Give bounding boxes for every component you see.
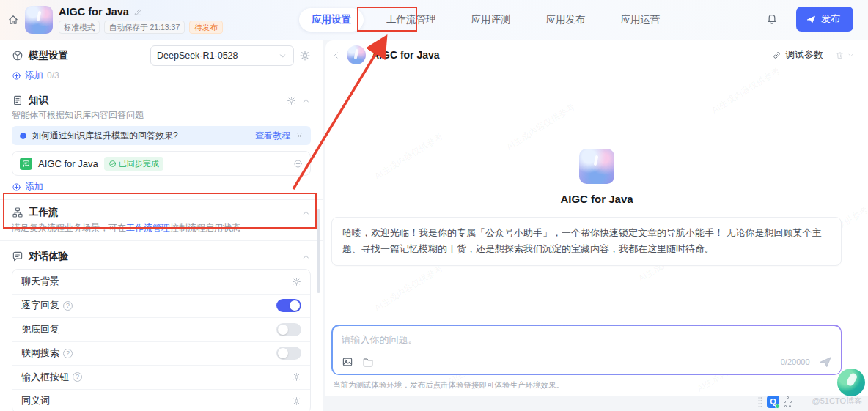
drag-handle-icon[interactable] (758, 396, 762, 408)
app-meta: AIGC for Java 标准模式 自动保存于 21:13:37 待发布 (59, 6, 223, 34)
workflow-title-wrap: 工作流 (12, 206, 296, 219)
top-tab-bar: 应用设置 工作流管理 应用评测 应用发布 应用运营 (299, 8, 673, 32)
fallback-reply-toggle[interactable] (276, 323, 301, 336)
sidebar-scrollbar[interactable] (317, 209, 320, 293)
model-count: 0/3 (47, 70, 59, 81)
send-button[interactable] (819, 355, 832, 369)
knowledge-desc: 智能体可根据知识库内容回答问题 (12, 108, 311, 122)
check-circle-icon (108, 160, 117, 168)
web-search-toggle[interactable] (276, 347, 301, 360)
plus-circle-icon (12, 182, 21, 192)
plus-circle-icon (12, 71, 21, 81)
streaming-reply-toggle[interactable] (276, 299, 301, 312)
floating-widget: Q (758, 396, 792, 408)
welcome-app-avatar (579, 149, 614, 184)
clear-history-button[interactable] (835, 51, 855, 60)
edit-icon[interactable] (133, 7, 143, 17)
wechat-article-icon (20, 158, 32, 170)
welcome-app-name: AIGC for Java (326, 193, 868, 205)
setting-row-web-search: 联网搜索 ? (12, 341, 310, 366)
mode-badge: 标准模式 (59, 21, 100, 34)
assistant-dots-icon[interactable] (784, 396, 792, 407)
model-icon (12, 50, 23, 62)
help-icon[interactable]: ? (63, 301, 73, 311)
model-select-dropdown[interactable]: DeepSeek-R1-0528 (150, 45, 294, 66)
setting-row-streaming-reply: 逐字回复 ? (12, 294, 310, 318)
config-sidebar: 模型设置 DeepSeek-R1-0528 添加 0/3 知识 智能体可根据知识 (0, 40, 323, 411)
top-header: AIGC for Java 标准模式 自动保存于 21:13:37 待发布 应用… (0, 0, 868, 40)
bell-icon[interactable] (766, 13, 778, 25)
setting-row-fallback-reply: 兜底回复 (12, 317, 310, 341)
knowledge-add-row: 添加 (12, 180, 311, 193)
remove-icon[interactable] (293, 159, 303, 169)
tab-workflow-management[interactable]: 工作流管理 (374, 8, 449, 32)
status-badge: 待发布 (189, 21, 223, 34)
question-input[interactable] (342, 333, 832, 349)
chat-bubble-icon (12, 251, 23, 262)
gear-icon[interactable] (292, 372, 301, 382)
ai-watermark: AI生成内容仅供参考 (372, 262, 446, 314)
banner-tutorial-link[interactable]: 查看教程 (255, 130, 290, 142)
model-settings-row: 模型设置 DeepSeek-R1-0528 (12, 45, 311, 66)
setting-row-chat-background[interactable]: 聊天背景 (12, 270, 310, 294)
ai-watermark: AI生成内容仅供参考 (504, 101, 578, 153)
knowledge-tip-banner: 如何通过知识库提升模型的回答效果? 查看教程 (12, 126, 311, 145)
knowledge-add-link[interactable]: 添加 (25, 181, 43, 193)
chat-exp-collapse-icon[interactable] (301, 252, 311, 262)
environment-note: 当前为测试体验环境，发布后点击体验链接即可体验生产环境效果。 (333, 380, 564, 390)
home-icon[interactable] (7, 14, 19, 26)
workflow-section: 工作流 满足复杂流程业务场景，可在工作流管理控制流程启用状态 (12, 200, 311, 240)
chat-experience-section: 对话体验 聊天背景 逐字回复 ? 兜底回复 (12, 241, 311, 411)
char-counter: 0/20000 (781, 358, 810, 366)
tab-app-settings[interactable]: 应用设置 (299, 8, 364, 32)
info-icon (19, 132, 27, 140)
workflow-icon (12, 207, 23, 218)
collapse-left-icon[interactable] (331, 51, 341, 60)
chat-input-box: 0/20000 (331, 325, 842, 375)
app-title: AIGC for Java (59, 6, 129, 18)
workflow-title: 工作流 (29, 206, 59, 219)
knowledge-title: 知识 (29, 94, 48, 107)
workflow-collapse-icon[interactable] (301, 208, 311, 218)
knowledge-gear-icon[interactable] (287, 96, 296, 105)
workflow-desc: 满足复杂流程业务场景，可在工作流管理控制流程启用状态 (12, 221, 311, 234)
ai-watermark: AI生成内容仅供参考 (710, 64, 783, 116)
tab-app-operation[interactable]: 应用运营 (608, 8, 673, 32)
chat-exp-title: 对话体验 (29, 250, 68, 263)
preview-panel: AI生成内容仅供参考 AI生成内容仅供参考 AI生成内容仅供参考 AI生成内容仅… (326, 40, 868, 396)
preview-app-title: AIGC for Java (372, 49, 440, 61)
setting-row-synonyms[interactable]: 同义词 (12, 389, 310, 411)
banner-close-icon[interactable] (295, 132, 304, 140)
gear-icon[interactable] (292, 277, 301, 286)
header-divider (787, 12, 787, 26)
debug-params-button[interactable]: 调试参数 (772, 48, 823, 62)
knowledge-collapse-icon[interactable] (301, 96, 311, 105)
preview-app-avatar (347, 45, 366, 64)
upload-file-icon[interactable] (362, 356, 374, 368)
welcome-block: AIGC for Java 哈喽，欢迎光临！我是你的专属「公众号小助手」，一个帮… (326, 149, 868, 266)
chat-exp-title-wrap: 对话体验 (12, 250, 296, 263)
document-icon (12, 95, 23, 106)
model-add-link[interactable]: 添加 (25, 70, 43, 82)
upload-image-icon[interactable] (342, 356, 353, 368)
chevron-down-icon (278, 51, 287, 61)
tab-app-evaluation[interactable]: 应用评测 (459, 8, 523, 32)
welcome-message-bubble: 哈喽，欢迎光临！我是你的专属「公众号小助手」，一个帮你快速锁定文章的导航小能手！… (331, 217, 842, 266)
knowledge-item[interactable]: AIGC for Java 已同步完成 (12, 151, 311, 176)
knowledge-remove-wrap (293, 159, 303, 169)
banner-text: 如何通过知识库提升模型的回答效果? (32, 130, 178, 142)
app-avatar[interactable] (25, 6, 53, 34)
gear-icon[interactable] (292, 396, 301, 406)
q-app-icon[interactable]: Q (767, 396, 779, 408)
tab-app-publish[interactable]: 应用发布 (534, 8, 598, 32)
model-settings-title: 模型设置 (29, 49, 145, 62)
publish-button[interactable]: 发布 (796, 7, 853, 32)
help-icon[interactable]: ? (63, 349, 73, 358)
model-gear-icon[interactable] (299, 50, 311, 62)
app-page: AIGC for Java 标准模式 自动保存于 21:13:37 待发布 应用… (0, 0, 868, 411)
workflow-management-link[interactable]: 工作流管理 (126, 223, 170, 233)
sync-status-badge: 已同步完成 (104, 157, 163, 171)
setting-row-input-buttons[interactable]: 输入框按钮 ? (12, 365, 310, 389)
help-icon[interactable]: ? (73, 372, 82, 382)
header-actions: 发布 (766, 7, 853, 32)
